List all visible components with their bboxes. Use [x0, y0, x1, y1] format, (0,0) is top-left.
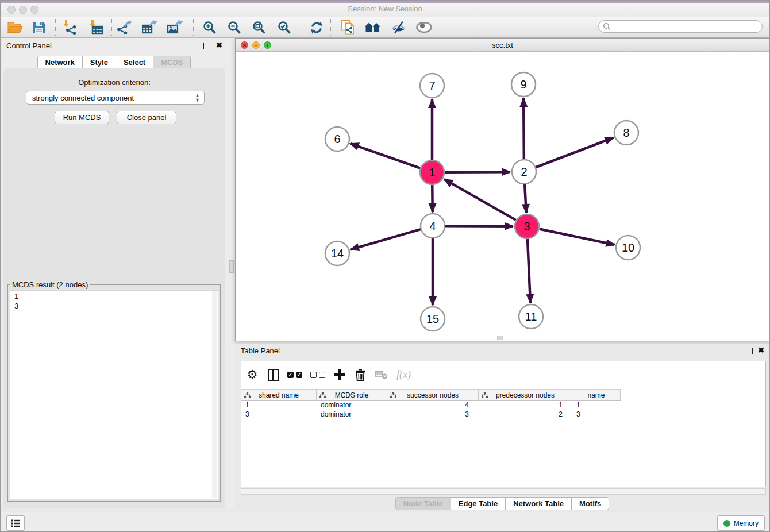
graph-node-label-7: 7 — [429, 79, 435, 92]
plus-icon — [333, 368, 346, 381]
canvas-scrollbar-handle[interactable] — [497, 336, 503, 340]
search-input[interactable] — [613, 22, 762, 31]
gear-icon: ⚙ — [247, 368, 258, 381]
status-bar: Memory — [1, 512, 769, 532]
float-panel-icon[interactable] — [203, 43, 210, 49]
search-field[interactable] — [598, 20, 763, 33]
export-image-button[interactable] — [165, 19, 185, 36]
import-network-button[interactable] — [59, 19, 79, 36]
tab-node-table[interactable]: Node Table — [395, 497, 451, 510]
network-canvas[interactable]: 1234678910111415 — [236, 52, 769, 341]
memory-button[interactable]: Memory — [717, 515, 765, 531]
graph-edge-4-14[interactable] — [351, 229, 421, 249]
run-mcds-button[interactable]: Run MCDS — [55, 111, 109, 124]
tab-motifs[interactable]: Motifs — [571, 497, 609, 510]
tab-select[interactable]: Select — [116, 56, 153, 69]
table-row[interactable]: 3 dominator 3 2 3 — [241, 410, 621, 419]
toolbar-separator — [301, 19, 301, 36]
export-table-button[interactable] — [140, 19, 160, 36]
import-table-button[interactable] — [86, 19, 105, 36]
cell-name[interactable]: 3 — [572, 410, 621, 419]
column-header-mcds-role[interactable]: MCDS role — [317, 390, 387, 400]
tab-network-table[interactable]: Network Table — [505, 497, 572, 510]
close-panel-button[interactable]: Close panel — [117, 111, 176, 124]
table-settings-button[interactable]: ⚙ — [246, 367, 259, 382]
graph-edge-3-11[interactable] — [528, 239, 530, 303]
network-window-title: scc.txt — [236, 41, 769, 49]
column-header-name[interactable]: name — [572, 390, 621, 400]
tree-icon — [244, 392, 251, 398]
tree-icon — [390, 392, 396, 398]
cell-shared-name[interactable]: 3 — [241, 410, 317, 419]
table-row[interactable]: 1 dominator 4 1 1 — [241, 401, 621, 410]
column-header-shared-name[interactable]: shared name — [241, 390, 317, 400]
mcds-result-title: MCDS result (2 nodes) — [10, 280, 90, 289]
clone-network-button[interactable] — [338, 19, 358, 36]
graph-edge-2-3[interactable] — [525, 184, 526, 213]
application-window: Session: New Session — [0, 0, 770, 532]
delete-row-button[interactable] — [354, 367, 367, 382]
cell-mcds-role[interactable]: dominator — [317, 401, 387, 410]
window-title: Session: New Session — [1, 5, 769, 13]
divider-grip[interactable] — [229, 260, 234, 273]
cell-shared-name[interactable]: 1 — [241, 401, 317, 410]
graph-edge-4-3[interactable] — [445, 226, 513, 226]
close-panel-label: Close panel — [127, 113, 167, 122]
zoom-fit-button[interactable] — [249, 19, 268, 36]
save-session-button[interactable] — [29, 19, 49, 36]
graph-node-label-4: 4 — [429, 219, 436, 232]
tab-network[interactable]: Network — [37, 56, 83, 69]
graph-edge-2-9[interactable] — [523, 98, 524, 159]
zoom-in-button[interactable] — [199, 19, 219, 36]
tab-mcds[interactable]: MCDS — [153, 56, 191, 69]
tab-edge-table[interactable]: Edge Table — [451, 497, 506, 510]
delete-table-icon — [375, 369, 388, 380]
show-all-networks-button[interactable] — [363, 19, 383, 36]
mcds-result-textarea[interactable]: 1 3 — [10, 290, 218, 499]
graph-edge-1-4[interactable] — [432, 185, 433, 212]
tab-style[interactable]: Style — [82, 56, 116, 69]
cell-predecessor-nodes[interactable]: 1 — [479, 401, 572, 410]
fx-icon: f(x) — [396, 369, 411, 381]
graph-edge-2-8[interactable] — [536, 138, 614, 168]
refresh-button[interactable] — [307, 19, 326, 36]
hide-selected-button[interactable] — [388, 19, 408, 36]
mcds-result-scrollbar[interactable] — [212, 291, 217, 498]
task-history-button[interactable] — [6, 515, 25, 531]
show-eye-button[interactable] — [414, 19, 434, 36]
table-horizontal-scrollbar[interactable] — [241, 488, 766, 495]
select-all-button[interactable]: ✓✓ — [287, 367, 302, 382]
close-table-panel-icon[interactable]: ✖ — [758, 346, 764, 354]
panel-divider[interactable] — [228, 38, 235, 508]
add-row-button[interactable] — [333, 367, 346, 382]
open-file-button[interactable] — [5, 19, 25, 36]
run-mcds-label: Run MCDS — [63, 113, 101, 122]
column-header-successor-nodes[interactable]: successor nodes — [387, 390, 479, 400]
float-table-panel-icon[interactable] — [746, 348, 753, 354]
network-view-window: ✕ − + scc.txt 1234678910111415 — [235, 38, 770, 341]
close-panel-icon[interactable]: ✖ — [216, 41, 222, 49]
empty-box-icon — [319, 372, 325, 378]
cell-name[interactable]: 1 — [572, 401, 621, 410]
graph-edge-1-6[interactable] — [351, 144, 421, 168]
export-network-button[interactable] — [116, 19, 135, 36]
import-table-icon — [87, 20, 103, 35]
graph-edge-3-1[interactable] — [444, 179, 516, 220]
cell-successor-nodes[interactable]: 3 — [387, 410, 479, 419]
zoom-out-button[interactable] — [224, 19, 244, 36]
column-header-predecessor-nodes[interactable]: predecessor nodes — [479, 390, 572, 400]
trash-icon — [355, 368, 366, 381]
column-label: successor nodes — [407, 391, 459, 399]
search-icon — [603, 22, 611, 30]
tree-icon — [482, 392, 488, 398]
optimization-criterion-select[interactable]: strongly connected component ▲▼ — [26, 91, 205, 105]
deselect-all-button[interactable] — [310, 367, 325, 382]
graph-edge-1-2[interactable] — [445, 172, 510, 172]
zoom-selected-button[interactable] — [274, 19, 294, 36]
cell-successor-nodes[interactable]: 4 — [387, 401, 479, 410]
cell-mcds-role[interactable]: dominator — [317, 410, 387, 419]
column-panel-button[interactable] — [267, 367, 279, 382]
column-label: shared name — [259, 391, 299, 399]
graph-edge-3-10[interactable] — [540, 229, 615, 245]
cell-predecessor-nodes[interactable]: 2 — [479, 410, 572, 419]
